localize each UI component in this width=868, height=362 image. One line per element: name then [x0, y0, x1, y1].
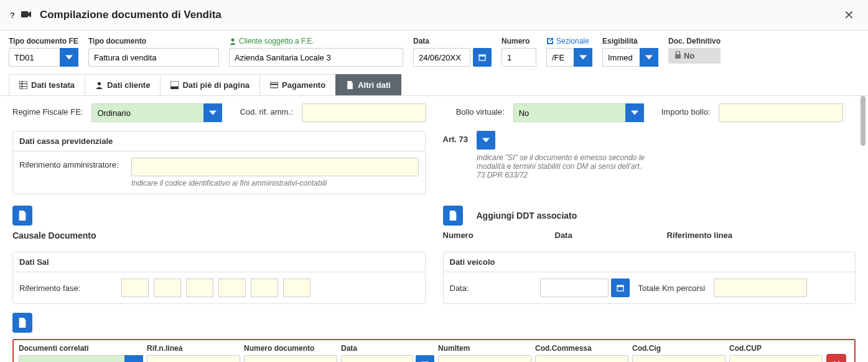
corr-h-numdoc: Numero documento — [244, 344, 337, 353]
svg-rect-15 — [617, 285, 623, 287]
sezionale-input[interactable] — [546, 48, 574, 67]
camera-icon[interactable] — [21, 11, 31, 20]
art73-label: Art. 73 — [443, 131, 468, 144]
ddt-h-data: Data — [555, 231, 667, 240]
modal-header: ? Compilazione documento di Vendita ✕ — [0, 0, 868, 31]
header-form: Tipo documento FE Tipo documento Cliente… — [0, 31, 868, 72]
sezionale-label[interactable]: Sezionale — [546, 37, 592, 45]
corr-h-data: Data — [341, 344, 434, 353]
importo-bollo-input[interactable] — [719, 103, 843, 122]
corr-cig-input[interactable] — [632, 355, 726, 362]
data-picker-button[interactable] — [473, 48, 492, 67]
svg-rect-5 — [19, 81, 27, 89]
importo-bollo-label: Importo bollo: — [661, 103, 711, 117]
doc-def-badge: No — [668, 48, 721, 64]
cod-rif-amm-label: Cod. rif. amm.: — [240, 103, 292, 117]
bollo-virtuale-label: Bollo virtuale: — [456, 103, 505, 117]
tab-dati-cliente[interactable]: Dati cliente — [85, 74, 161, 95]
corr-comm-input[interactable] — [535, 355, 628, 362]
km-input[interactable] — [714, 279, 807, 297]
art73-dropdown[interactable] — [477, 131, 495, 150]
veicolo-data-input[interactable] — [540, 279, 609, 297]
add-ddt-button[interactable] — [443, 206, 463, 226]
documenti-correlati-section: Documenti correlati Rif.n.linea Numero d… — [12, 339, 856, 362]
ddt-title: Aggiungi DDT associato — [477, 211, 577, 221]
rif-fase-input-6[interactable] — [283, 279, 310, 297]
cliente-fe-label: Cliente soggetto a F.E. — [229, 37, 403, 45]
corr-delete-button[interactable]: ✕ — [826, 354, 846, 362]
corr-h-cig: Cod.Cig — [632, 344, 726, 353]
help-icon[interactable]: ? — [10, 11, 15, 20]
corr-h-comm: Cod.Commessa — [535, 344, 628, 353]
tipo-doc-fe-dropdown[interactable] — [60, 48, 78, 67]
tab-pie-pagina[interactable]: Dati piè di pagina — [160, 74, 260, 95]
corr-numdoc-input[interactable] — [244, 355, 337, 362]
corr-numitem-input[interactable] — [438, 355, 531, 362]
rif-fase-input-5[interactable] — [251, 279, 278, 297]
corr-cup-input[interactable] — [729, 355, 823, 362]
tab-pagamento[interactable]: Pagamento — [259, 74, 336, 95]
esigibilita-input[interactable] — [602, 48, 640, 67]
panel-dati-veicolo: Dati veicolo Data: Totale Km percorsi — [443, 252, 856, 304]
corr-type-dropdown[interactable] — [124, 355, 143, 362]
ddt-h-numero: Numero — [443, 231, 555, 240]
rif-fase-input-2[interactable] — [154, 279, 181, 297]
svg-rect-13 — [270, 83, 278, 85]
svg-rect-11 — [170, 87, 179, 89]
close-icon[interactable]: ✕ — [840, 7, 858, 22]
tipo-doc-fe-input[interactable] — [9, 48, 60, 67]
numero-label: Numero — [502, 37, 536, 45]
veicolo-data-picker[interactable] — [611, 279, 630, 297]
rif-fase-input-1[interactable] — [121, 279, 149, 297]
data-input[interactable] — [413, 48, 470, 67]
svg-rect-3 — [479, 55, 485, 57]
rif-amm-input[interactable] — [131, 158, 419, 176]
rif-fase-label: Riferimento fase: — [19, 283, 80, 293]
regime-label: Regime Fiscale FE: — [12, 103, 83, 117]
tabs: Dati testata Dati cliente Dati piè di pa… — [0, 74, 868, 96]
svg-rect-0 — [21, 11, 28, 17]
tab-dati-testata[interactable]: Dati testata — [9, 74, 85, 95]
lock-icon — [674, 51, 681, 60]
scrollbar[interactable] — [859, 96, 867, 362]
cod-rif-amm-input[interactable] — [302, 103, 426, 122]
rif-fase-input-3[interactable] — [186, 279, 213, 297]
panel-cassa-header: Dati cassa previdenziale — [13, 131, 425, 151]
panel-dati-sal: Dati Sal Riferimento fase: — [12, 252, 426, 304]
add-correlato-button[interactable] — [12, 313, 32, 333]
causale-title: Causale Documento — [12, 231, 426, 241]
sezionale-dropdown[interactable] — [574, 48, 592, 67]
tipo-doc-input[interactable] — [88, 48, 219, 67]
esigibilita-dropdown[interactable] — [640, 48, 658, 67]
svg-point-1 — [231, 39, 235, 42]
svg-point-9 — [98, 82, 101, 85]
regime-dropdown[interactable] — [203, 103, 222, 122]
panel-sal-header: Dati Sal — [13, 252, 425, 272]
regime-input[interactable] — [91, 103, 203, 122]
numero-input[interactable] — [502, 48, 536, 67]
veicolo-data-label: Data: — [450, 283, 469, 293]
bollo-virtuale-dropdown[interactable] — [625, 103, 644, 122]
corr-h-type: Documenti correlati — [19, 344, 143, 353]
art73-hint: Indicare "SI" se il documento è emesso s… — [477, 153, 651, 179]
rif-fase-input-4[interactable] — [218, 279, 246, 297]
data-label: Data — [413, 37, 492, 45]
tipo-doc-label: Tipo documento — [88, 37, 219, 45]
km-label: Totale Km percorsi — [638, 283, 706, 293]
cliente-input[interactable] — [229, 48, 403, 67]
tab-altri-dati[interactable]: Altri dati — [335, 74, 401, 95]
corr-h-rif: Rif.n.linea — [147, 344, 240, 353]
svg-rect-4 — [675, 54, 681, 59]
corr-data-input[interactable] — [341, 355, 413, 362]
bollo-virtuale-input[interactable] — [513, 103, 625, 122]
add-causale-button[interactable] — [12, 206, 32, 226]
doc-def-label: Doc. Definitivo — [668, 37, 721, 45]
corr-h-numitem: NumItem — [438, 344, 531, 353]
rif-amm-hint: Indicare il codice identificativo ai fin… — [131, 179, 419, 188]
corr-h-cup: Cod.CUP — [729, 344, 823, 353]
corr-rif-input[interactable] — [147, 355, 240, 362]
corr-data-picker[interactable] — [416, 355, 434, 362]
tab-body-altri-dati: Regime Fiscale FE: Cod. rif. amm.: Bollo… — [0, 96, 868, 362]
corr-type-input[interactable] — [19, 355, 124, 362]
tipo-doc-fe-label: Tipo documento FE — [9, 37, 78, 45]
